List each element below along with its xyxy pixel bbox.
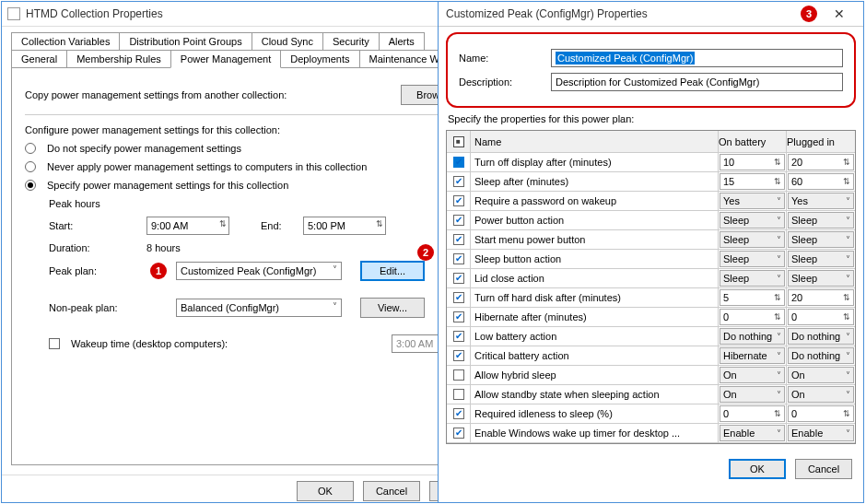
on-battery-cell[interactable]: Do nothing: [720, 328, 785, 345]
power-management-panel: Copy power management settings from anot…: [11, 67, 488, 465]
nonpeak-combo[interactable]: Balanced (ConfigMgr): [176, 299, 342, 317]
row-checkbox[interactable]: [453, 311, 464, 322]
ok-button-right[interactable]: OK: [729, 459, 786, 479]
row-checkbox[interactable]: [453, 215, 464, 226]
on-battery-cell[interactable]: 0: [720, 405, 785, 422]
row-checkbox[interactable]: [453, 369, 464, 381]
plugged-in-cell[interactable]: Do nothing: [788, 347, 854, 364]
table-row[interactable]: Sleep after (minutes)1560: [447, 172, 855, 192]
start-spinner[interactable]: 9:00 AM: [146, 217, 229, 235]
plugged-in-cell[interactable]: On: [788, 386, 854, 403]
on-battery-cell[interactable]: On: [720, 386, 785, 403]
tabs: Collection VariablesDistribution Point G…: [2, 27, 497, 67]
table-row[interactable]: Power button actionSleepSleep: [447, 211, 855, 230]
ok-button-left[interactable]: OK: [297, 481, 354, 501]
plugged-in-cell[interactable]: On: [788, 367, 854, 383]
table-row[interactable]: Start menu power buttonSleepSleep: [447, 230, 855, 250]
desc-input[interactable]: Description for Customized Peak (ConfigM…: [551, 73, 843, 91]
tab-general[interactable]: General: [11, 50, 67, 68]
on-battery-cell[interactable]: Yes: [720, 193, 785, 209]
col-name[interactable]: Name: [471, 131, 719, 152]
col-onbattery[interactable]: On battery: [719, 131, 787, 152]
plugged-in-cell[interactable]: 20: [788, 289, 854, 306]
row-checkbox[interactable]: [453, 273, 464, 284]
end-spinner[interactable]: 5:00 PM: [303, 217, 386, 235]
table-row[interactable]: Turn off display after (minutes)1020: [447, 153, 855, 172]
radio-opt3[interactable]: [25, 180, 36, 191]
row-checkbox[interactable]: [453, 389, 464, 400]
row-checkbox[interactable]: [453, 234, 464, 245]
table-row[interactable]: Hibernate after (minutes)00: [447, 308, 855, 327]
edit-button[interactable]: Edit...: [360, 261, 425, 281]
plugged-in-cell[interactable]: Do nothing: [788, 328, 854, 345]
on-battery-cell[interactable]: Hibernate: [720, 347, 785, 364]
wakeup-checkbox[interactable]: [49, 338, 60, 349]
opt1-label: Do not specify power management settings: [47, 143, 241, 154]
row-checkbox[interactable]: [453, 428, 464, 439]
name-label: Name:: [459, 53, 551, 64]
on-battery-cell[interactable]: 10: [720, 154, 785, 170]
tab-collection-variables[interactable]: Collection Variables: [11, 32, 120, 51]
plugged-in-cell[interactable]: 20: [788, 154, 854, 170]
row-checkbox[interactable]: [453, 408, 464, 419]
radio-opt2[interactable]: [25, 161, 36, 172]
on-battery-cell[interactable]: Sleep: [720, 270, 785, 287]
plugged-in-cell[interactable]: 0: [788, 309, 854, 325]
plugged-in-cell[interactable]: Enable: [788, 425, 854, 441]
plugged-in-cell[interactable]: Sleep: [788, 270, 854, 287]
tab-membership-rules[interactable]: Membership Rules: [66, 50, 171, 68]
row-checkbox[interactable]: [453, 176, 464, 187]
window-icon: [7, 7, 20, 20]
plugged-in-cell[interactable]: Sleep: [788, 231, 854, 248]
plugged-in-cell[interactable]: 0: [788, 405, 854, 422]
tab-cloud-sync[interactable]: Cloud Sync: [252, 32, 323, 51]
plugged-in-cell[interactable]: Sleep: [788, 212, 854, 229]
view-button[interactable]: View...: [360, 298, 425, 318]
table-row[interactable]: Require a password on wakeupYesYes: [447, 192, 855, 211]
on-battery-cell[interactable]: 15: [720, 173, 785, 190]
row-checkbox[interactable]: [453, 253, 464, 264]
on-battery-cell[interactable]: 5: [720, 289, 785, 306]
table-row[interactable]: Enable Windows wake up timer for desktop…: [447, 424, 855, 443]
peak-plan-combo[interactable]: Customized Peak (ConfigMgr): [176, 262, 342, 280]
table-row[interactable]: Required idleness to sleep (%)00: [447, 404, 855, 424]
tab-deployments[interactable]: Deployments: [280, 50, 359, 68]
on-battery-cell[interactable]: Sleep: [720, 251, 785, 267]
collection-properties-window: HTMD Collection Properties Collection Va…: [1, 1, 498, 503]
tab-power-management[interactable]: Power Management: [170, 50, 281, 68]
on-battery-cell[interactable]: Enable: [720, 425, 785, 441]
cancel-button-left[interactable]: Cancel: [363, 481, 420, 501]
close-button[interactable]: ✕: [821, 2, 858, 26]
table-row[interactable]: Allow standby state when sleeping action…: [447, 385, 855, 404]
tab-security[interactable]: Security: [322, 32, 380, 51]
plugged-in-cell[interactable]: 60: [788, 173, 854, 190]
table-row[interactable]: Low battery actionDo nothingDo nothing: [447, 327, 855, 346]
on-battery-cell[interactable]: On: [720, 367, 785, 383]
on-battery-cell[interactable]: Sleep: [720, 231, 785, 248]
row-checkbox[interactable]: [453, 195, 464, 206]
plugged-in-cell[interactable]: Sleep: [788, 251, 854, 267]
name-input[interactable]: Customized Peak (ConfigMgr): [551, 49, 843, 67]
row-checkbox[interactable]: [453, 292, 464, 303]
end-value: 5:00 PM: [308, 220, 345, 231]
on-battery-cell[interactable]: 0: [720, 309, 785, 325]
table-row[interactable]: Lid close actionSleepSleep: [447, 269, 855, 288]
radio-opt1[interactable]: [25, 143, 36, 154]
tab-distribution-point-groups[interactable]: Distribution Point Groups: [119, 32, 252, 51]
table-row[interactable]: Turn off hard disk after (minutes)520: [447, 288, 855, 308]
cancel-button-right[interactable]: Cancel: [795, 459, 852, 479]
tab-alerts[interactable]: Alerts: [379, 32, 425, 51]
name-desc-group: Name: Customized Peak (ConfigMgr) Descri…: [446, 32, 856, 108]
table-row[interactable]: Sleep button actionSleepSleep: [447, 250, 855, 269]
on-battery-cell[interactable]: Sleep: [720, 212, 785, 229]
select-all-checkbox[interactable]: [453, 136, 464, 147]
row-checkbox[interactable]: [453, 331, 464, 342]
configure-label: Configure power management settings for …: [25, 124, 280, 135]
col-pluggedin[interactable]: Plugged in: [787, 131, 855, 152]
row-checkbox[interactable]: [453, 350, 464, 361]
table-row[interactable]: Critical battery actionHibernateDo nothi…: [447, 346, 855, 366]
row-name: Low battery action: [471, 327, 719, 346]
row-checkbox[interactable]: [453, 157, 464, 168]
plugged-in-cell[interactable]: Yes: [788, 193, 854, 209]
table-row[interactable]: Allow hybrid sleepOnOn: [447, 366, 855, 385]
